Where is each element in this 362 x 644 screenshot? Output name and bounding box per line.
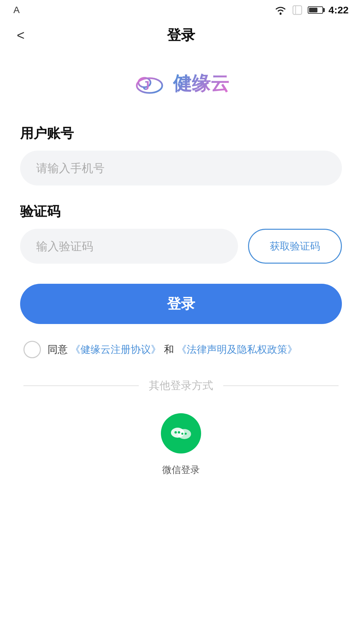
header: < 登录 <box>0 20 362 50</box>
wechat-label: 微信登录 <box>162 464 200 476</box>
verify-input[interactable] <box>20 229 238 264</box>
verify-label: 验证码 <box>20 202 342 221</box>
verify-row: 获取验证码 <box>20 229 342 264</box>
page-title: 登录 <box>167 26 195 45</box>
svg-point-11 <box>185 433 187 435</box>
divider-right <box>223 385 339 386</box>
sim-icon <box>292 5 302 15</box>
login-button[interactable]: 登录 <box>20 284 342 324</box>
verify-section: 验证码 获取验证码 <box>20 202 342 264</box>
form-container: 用户账号 验证码 获取验证码 登录 同意 《健缘云注册协议》 和 《法律声明及隐… <box>0 124 362 476</box>
logo-area: J 健缘云 <box>0 70 362 97</box>
back-button[interactable]: < <box>17 29 24 42</box>
svg-text:J: J <box>143 79 149 93</box>
wechat-login-button[interactable] <box>161 413 201 453</box>
divider-text: 其他登录方式 <box>149 378 213 393</box>
social-login: 微信登录 <box>20 413 342 476</box>
status-time: 4:22 <box>328 4 349 16</box>
status-right: 4:22 <box>274 4 349 16</box>
status-bar: A 4:22 <box>0 0 362 20</box>
agreement-checkbox[interactable] <box>23 341 41 358</box>
divider-left <box>23 385 139 386</box>
svg-point-10 <box>181 433 183 435</box>
agreement-text: 同意 《健缘云注册协议》 和 《法律声明及隐私权政策》 <box>48 343 297 357</box>
logo-icon: J <box>133 70 166 97</box>
agreement-row: 同意 《健缘云注册协议》 和 《法律声明及隐私权政策》 <box>20 341 342 358</box>
svg-rect-1 <box>293 6 302 14</box>
status-left-label: A <box>13 5 20 15</box>
account-label: 用户账号 <box>20 124 342 143</box>
wechat-icon <box>169 423 193 443</box>
agreement-link-2[interactable]: 《法律声明及隐私权政策》 <box>177 344 297 355</box>
svg-point-9 <box>178 431 180 434</box>
get-code-button[interactable]: 获取验证码 <box>248 229 342 264</box>
svg-point-0 <box>280 13 282 15</box>
wifi-icon <box>274 5 287 15</box>
divider-row: 其他登录方式 <box>20 378 342 393</box>
svg-point-7 <box>178 429 191 439</box>
agreement-link-1[interactable]: 《健缘云注册协议》 <box>70 344 161 355</box>
account-section: 用户账号 <box>20 124 342 202</box>
svg-point-8 <box>175 431 177 434</box>
battery-icon <box>308 6 323 14</box>
phone-input[interactable] <box>20 151 342 185</box>
logo-text: 健缘云 <box>173 71 229 97</box>
